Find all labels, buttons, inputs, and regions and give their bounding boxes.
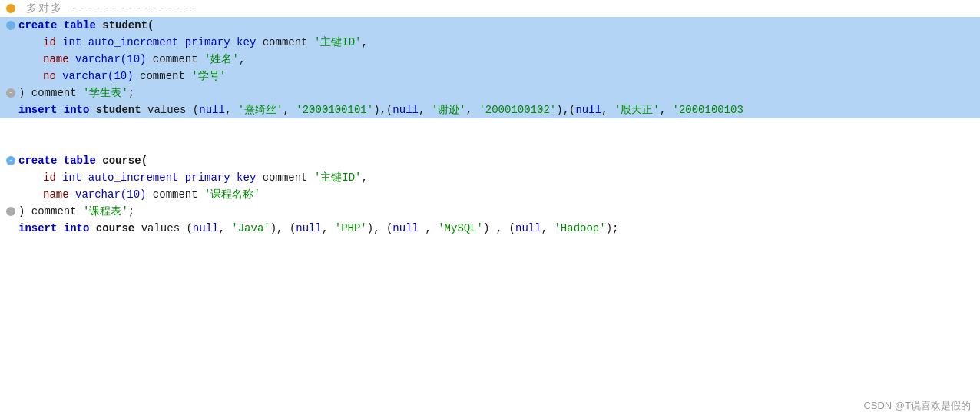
values-keyword2: values ( (141, 222, 193, 234)
comment-kechengmingcheng: '课程名称' (204, 188, 260, 201)
null-c1: null (193, 222, 219, 234)
into-keyword: into (64, 104, 96, 116)
val-xiqisi: '熹绮丝' (238, 103, 283, 117)
fold-icon[interactable]: - (6, 21, 15, 30)
fold-indicator[interactable]: - (6, 21, 18, 30)
null-c3: null (392, 222, 425, 234)
fold-indicator4[interactable]: - (6, 207, 18, 216)
paren-cv3: ) , ( (483, 222, 515, 234)
blank-line-2 (0, 135, 980, 152)
comma-v2: , (283, 104, 296, 116)
fold-close-icon2[interactable]: - (6, 207, 15, 216)
comment-text: 多对多 ---------------- (18, 2, 199, 15)
student-id-line: id int auto_increment primary key commen… (0, 34, 980, 51)
null2: null (392, 104, 419, 116)
primary-keyword: primary (185, 36, 237, 48)
val-mysql: 'MySQL' (438, 222, 483, 234)
field-no: no (43, 70, 62, 82)
comment-keyword-c3: comment (31, 205, 83, 218)
comment-keyword3: comment (140, 70, 191, 82)
comma-c1: , (362, 171, 368, 184)
int-type: int (62, 36, 88, 48)
comma-cv1: , (218, 222, 231, 234)
null-c2: null (296, 222, 322, 234)
student-no-line: no varchar(10) comment '学号' (0, 68, 980, 85)
course-id-line: id int auto_increment primary key commen… (0, 169, 980, 186)
fold-indicator2[interactable]: - (6, 88, 18, 98)
comment-keyword4: comment (31, 87, 83, 99)
line-indicator (6, 4, 18, 13)
code-area: 多对多 ---------------- - create table stud… (0, 0, 980, 419)
val-php: 'PHP' (335, 222, 367, 234)
course-name-line: name varchar(10) comment '课程名称' (0, 186, 980, 203)
table-name-student: student( (102, 19, 154, 32)
comment-xuehao: '学号' (191, 69, 226, 83)
null3: null (575, 104, 601, 116)
comment-xingming: '姓名' (204, 52, 239, 66)
key-keyword: key (237, 36, 263, 48)
comment-zhujiand: '主键ID' (314, 35, 362, 49)
table-keyword: table (64, 19, 102, 32)
blank-line-1 (0, 118, 980, 135)
comma-cv4: , (541, 222, 555, 234)
comment-kechengbiao: '课程表' (83, 205, 128, 218)
close-paren: ) (18, 87, 31, 99)
comma-v3: , (419, 104, 432, 116)
varchar-type3: varchar(10) (75, 188, 153, 201)
comment-keyword1: comment (263, 36, 314, 48)
field-id: id (43, 36, 62, 48)
insert-keyword2: insert (18, 222, 64, 234)
course-field-name: name (43, 188, 75, 201)
close-paren2: ) (18, 205, 31, 218)
table-name-course: course( (102, 155, 147, 167)
comma-v1: , (225, 104, 238, 116)
val-id2: '2000100102' (478, 104, 556, 116)
val-id1: '2000100101' (296, 104, 373, 116)
comment-keyword-c1: comment (263, 171, 314, 184)
paren-cv1: ), ( (270, 222, 296, 234)
paren-cv4: ); (606, 222, 619, 234)
int-type2: int (62, 171, 88, 184)
comma-cv2: , (322, 222, 335, 234)
comment-keyword2: comment (153, 53, 204, 65)
auto-increment2: auto_increment (88, 171, 185, 184)
comment-zhujiand2: '主键ID' (314, 171, 362, 185)
create-keyword: create (18, 19, 64, 32)
student-insert-line: insert into student values ( null , '熹绮丝… (0, 101, 980, 118)
insert-keyword: insert (18, 104, 64, 116)
fold-icon2[interactable]: - (6, 156, 15, 165)
course-table-ref: course (96, 222, 141, 234)
semicolon2: ; (128, 205, 134, 218)
varchar-type: varchar(10) (75, 53, 153, 65)
val-id3: '2000100103 (673, 104, 743, 116)
header-comment-line: 多对多 ---------------- (0, 0, 980, 17)
student-table-ref: student (96, 104, 147, 116)
course-create-line: - create table course( (0, 152, 980, 169)
fold-close-icon[interactable]: - (6, 88, 15, 98)
key-keyword2: key (237, 171, 263, 184)
comma-v5: , (601, 104, 614, 116)
comma-v6: , (660, 104, 673, 116)
semicolon1: ; (128, 87, 134, 99)
null1: null (199, 104, 225, 116)
null-c4: null (515, 222, 541, 234)
varchar-type2: varchar(10) (62, 70, 140, 82)
val-yintianzheng: '殷天正' (614, 103, 660, 117)
comma2: , (239, 53, 245, 65)
comma-v4: , (466, 104, 479, 116)
comma1: , (362, 36, 368, 48)
fold-indicator3[interactable]: - (6, 156, 18, 165)
auto-increment: auto_increment (88, 36, 185, 48)
student-name-line: name varchar(10) comment '姓名' , (0, 51, 980, 68)
comma-cv3: , (425, 222, 438, 234)
field-name: name (43, 53, 75, 65)
course-insert-line: insert into course values ( null , 'Java… (0, 220, 980, 237)
create-keyword2: create (18, 155, 64, 167)
paren-cv2: ), ( (367, 222, 393, 234)
val-java: 'Java' (231, 222, 270, 234)
course-field-id: id (43, 171, 62, 184)
paren-close2: ),( (556, 104, 575, 116)
editor-container: 多对多 ---------------- - create table stud… (0, 0, 980, 419)
primary-keyword2: primary (185, 171, 237, 184)
table-keyword2: table (64, 155, 102, 167)
